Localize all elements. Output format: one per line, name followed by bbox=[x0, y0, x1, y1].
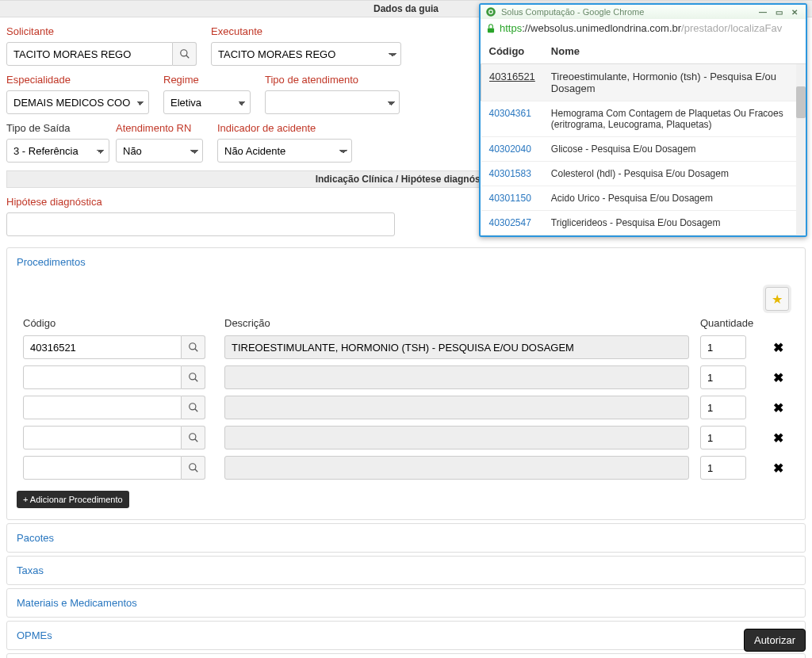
proc-quantidade-input[interactable] bbox=[700, 365, 746, 389]
proc-codigo-input[interactable] bbox=[23, 396, 182, 419]
close-icon: ✕ bbox=[791, 8, 798, 17]
popup-row-name: Acido Urico - Pesquisa E/ou Dosagem bbox=[543, 186, 806, 211]
popup-th-codigo: Código bbox=[481, 39, 543, 64]
search-icon bbox=[188, 462, 199, 473]
search-solicitante-button[interactable] bbox=[173, 42, 197, 66]
popup-title: Solus Computação - Google Chrome bbox=[501, 7, 644, 17]
proc-quantidade-input[interactable] bbox=[700, 426, 746, 450]
proc-descricao-input bbox=[224, 426, 689, 450]
label-regime: Regime bbox=[163, 74, 251, 86]
remove-icon: ✖ bbox=[773, 461, 783, 475]
popup-row-code: 40301150 bbox=[481, 186, 543, 211]
input-hipotese[interactable] bbox=[6, 212, 395, 236]
search-icon bbox=[188, 372, 199, 383]
proc-search-button[interactable] bbox=[182, 396, 205, 419]
remove-icon: ✖ bbox=[773, 431, 783, 445]
label-solicitante: Solicitante bbox=[6, 25, 197, 37]
proc-codigo-input[interactable] bbox=[23, 426, 182, 450]
url-bar: https://websolus.unimedlondrina.com.br/p… bbox=[481, 19, 806, 39]
select-especialidade[interactable]: DEMAIS MEDICOS COOP bbox=[6, 90, 149, 114]
proc-search-button[interactable] bbox=[182, 335, 205, 359]
select-ind-acidente[interactable]: Não Acidente bbox=[217, 139, 352, 163]
label-especialidade: Especialidade bbox=[6, 74, 149, 86]
svg-line-5 bbox=[194, 379, 197, 382]
popup-row-code: 40301583 bbox=[481, 162, 543, 186]
svg-point-0 bbox=[180, 50, 186, 56]
search-icon bbox=[179, 48, 190, 59]
svg-point-2 bbox=[189, 343, 195, 350]
popup-row[interactable]: 40302547Triglicerideos - Pesquisa E/ou D… bbox=[481, 211, 806, 235]
autorizar-button[interactable]: Autorizar bbox=[744, 629, 806, 652]
input-solicitante[interactable] bbox=[6, 42, 173, 66]
url-scheme: https bbox=[500, 22, 522, 34]
search-icon bbox=[188, 402, 199, 413]
tab-opmes[interactable]: OPMEs bbox=[7, 622, 805, 649]
svg-point-8 bbox=[189, 434, 195, 440]
select-executante[interactable]: TACITO MORAES REGO bbox=[211, 42, 401, 66]
proc-search-button[interactable] bbox=[182, 365, 205, 389]
popup-row[interactable]: 40302040Glicose - Pesquisa E/ou Dosagem bbox=[481, 137, 806, 162]
popup-row-code: 40302040 bbox=[481, 137, 543, 162]
minimize-icon: — bbox=[759, 8, 767, 17]
select-regime[interactable]: Eletiva bbox=[163, 90, 251, 114]
proc-codigo-input[interactable] bbox=[23, 456, 182, 480]
svg-point-6 bbox=[189, 404, 195, 410]
maximize-icon: ▭ bbox=[776, 8, 783, 17]
proc-descricao-input bbox=[224, 335, 689, 359]
url-host: ://websolus.unimedlondrina.com.br bbox=[522, 22, 681, 34]
popup-row[interactable]: 40301150Acido Urico - Pesquisa E/ou Dosa… bbox=[481, 186, 806, 211]
svg-rect-15 bbox=[488, 28, 494, 33]
popup-row[interactable]: 40304361Hemograma Com Contagem de Plaque… bbox=[481, 101, 806, 137]
popup-scrollbar-thumb[interactable] bbox=[796, 86, 806, 118]
proc-quantidade-input[interactable] bbox=[700, 396, 746, 419]
label-atend-rn: Atendimento RN bbox=[116, 122, 203, 134]
tab-pacotes[interactable]: Pacotes bbox=[7, 524, 805, 552]
svg-point-10 bbox=[189, 464, 195, 470]
url-path: /prestador/localizaFav bbox=[681, 22, 782, 34]
proc-search-button[interactable] bbox=[182, 456, 205, 480]
col-descricao: Descrição bbox=[224, 317, 689, 329]
proc-codigo-input[interactable] bbox=[23, 365, 182, 389]
label-hipotese: Hipótese diagnóstica bbox=[6, 196, 395, 208]
tab-taxas[interactable]: Taxas bbox=[7, 557, 805, 584]
proc-quantidade-input[interactable] bbox=[700, 335, 746, 359]
proc-remove-button[interactable]: ✖ bbox=[767, 340, 789, 355]
svg-line-11 bbox=[194, 469, 197, 472]
col-quantidade: Quantidade bbox=[700, 317, 756, 329]
favorite-button[interactable]: ★ bbox=[765, 287, 789, 311]
svg-line-3 bbox=[194, 349, 197, 352]
tab-anexos[interactable]: Anexos bbox=[7, 654, 805, 658]
popup-row[interactable]: 40301583Colesterol (hdl) - Pesquisa E/ou… bbox=[481, 162, 806, 186]
select-atend-rn[interactable]: Não bbox=[116, 139, 203, 163]
proc-remove-button[interactable]: ✖ bbox=[767, 461, 789, 476]
tab-materiais[interactable]: Materiais e Medicamentos bbox=[7, 589, 805, 617]
remove-icon: ✖ bbox=[773, 341, 783, 354]
select-tipo-atendimento[interactable] bbox=[265, 90, 400, 114]
col-codigo: Código bbox=[23, 317, 213, 329]
remove-icon: ✖ bbox=[773, 371, 783, 384]
proc-descricao-input bbox=[224, 365, 689, 389]
popup-row[interactable]: 40316521Tireoestimulante, Hormonio (tsh)… bbox=[481, 64, 806, 101]
proc-quantidade-input[interactable] bbox=[700, 456, 746, 480]
select-tipo-saida[interactable]: 3 - Referência bbox=[6, 139, 109, 163]
proc-remove-button[interactable]: ✖ bbox=[767, 430, 789, 446]
tab-procedimentos[interactable]: Procedimentos bbox=[7, 248, 805, 276]
svg-line-9 bbox=[194, 439, 197, 442]
close-window-button[interactable]: ✕ bbox=[788, 6, 801, 17]
popup-row-name: Tireoestimulante, Hormonio (tsh) - Pesqu… bbox=[543, 64, 806, 101]
proc-search-button[interactable] bbox=[182, 426, 205, 450]
proc-remove-button[interactable]: ✖ bbox=[767, 400, 789, 415]
add-procedimento-button[interactable]: + Adicionar Procedimento bbox=[17, 491, 129, 508]
proc-descricao-input bbox=[224, 396, 689, 419]
maximize-button[interactable]: ▭ bbox=[772, 6, 785, 17]
popup-th-nome: Nome bbox=[543, 39, 806, 64]
minimize-button[interactable]: — bbox=[756, 6, 769, 17]
proc-codigo-input[interactable] bbox=[23, 335, 182, 359]
popup-row-code: 40316521 bbox=[481, 64, 543, 101]
label-tipo-atendimento: Tipo de atendimento bbox=[265, 74, 400, 86]
star-icon: ★ bbox=[772, 292, 783, 307]
proc-remove-button[interactable]: ✖ bbox=[767, 370, 789, 385]
label-tipo-saida: Tipo de Saída bbox=[6, 122, 102, 134]
svg-point-4 bbox=[189, 373, 195, 380]
svg-line-1 bbox=[186, 55, 189, 59]
